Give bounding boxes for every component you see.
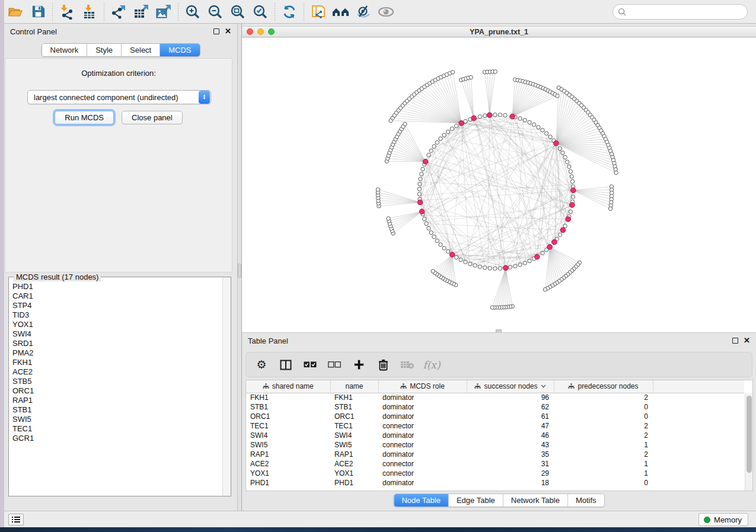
mcds-result-item[interactable]: CAR1 — [12, 291, 222, 301]
export-image-button[interactable] — [154, 2, 174, 21]
table-cell[interactable]: FKH1 — [330, 393, 378, 402]
table-cell[interactable]: ACE2 — [246, 459, 330, 469]
table-cell[interactable]: connector — [378, 421, 467, 431]
show-all-button[interactable] — [376, 2, 396, 21]
table-cell[interactable]: YOX1 — [330, 469, 378, 478]
table-row[interactable]: FKH1FKH1dominator962 — [246, 393, 744, 402]
table-cell[interactable]: TEC1 — [246, 421, 330, 431]
mcds-result-item[interactable]: YOX1 — [12, 320, 222, 329]
table-cell[interactable]: TEC1 — [330, 421, 378, 431]
save-session-button[interactable] — [28, 2, 48, 21]
table-panel-float-icon[interactable] — [732, 338, 738, 344]
table-row[interactable]: ACE2ACE2connector311 — [246, 459, 744, 469]
table-cell[interactable]: ACE2 — [330, 459, 378, 469]
task-history-button[interactable] — [8, 514, 24, 525]
zoom-selected-button[interactable] — [250, 2, 270, 21]
mcds-result-item[interactable]: PHD1 — [12, 282, 222, 291]
deselect-all-button[interactable] — [327, 357, 342, 373]
table-cell[interactable]: FKH1 — [246, 393, 330, 402]
table-cell[interactable]: RAP1 — [330, 450, 378, 459]
table-cell[interactable]: 96 — [467, 393, 554, 402]
table-cell[interactable]: dominator — [378, 431, 467, 440]
table-cell[interactable]: PHD1 — [246, 478, 330, 488]
table-cell[interactable]: 18 — [467, 478, 554, 488]
table-cell[interactable]: dominator — [378, 478, 467, 488]
table-row[interactable]: ORC1ORC1dominator610 — [246, 412, 744, 421]
table-cell[interactable]: SWI4 — [330, 431, 378, 440]
network-window-titlebar[interactable]: YPA_prune.txt_1 — [242, 26, 756, 37]
mcds-result-item[interactable]: SRD1 — [12, 339, 222, 348]
table-cell[interactable]: 1 — [554, 469, 653, 478]
table-cell[interactable]: 62 — [467, 402, 554, 412]
table-cell[interactable]: 0 — [554, 402, 653, 412]
network-graph[interactable] — [242, 38, 756, 333]
tab-mcds[interactable]: MCDS — [160, 44, 199, 56]
import-network-button[interactable] — [57, 2, 77, 21]
delete-table-button[interactable] — [400, 357, 414, 373]
optimization-criterion-select[interactable]: largest connected component (undirected)… — [27, 90, 211, 104]
column-header-name[interactable]: name — [330, 380, 378, 393]
mcds-result-item[interactable]: SWI5 — [12, 415, 222, 424]
mcds-result-item[interactable]: RAP1 — [12, 396, 222, 405]
network-from-selection-button[interactable] — [308, 2, 328, 21]
mcds-result-item[interactable]: TID3 — [12, 310, 222, 320]
table-cell[interactable]: 61 — [467, 412, 554, 421]
export-network-button[interactable] — [109, 2, 129, 21]
tab-style[interactable]: Style — [87, 44, 122, 56]
table-cell[interactable]: ORC1 — [246, 412, 330, 421]
table-row[interactable]: SWI5SWI5connector431 — [246, 440, 744, 450]
first-neighbors-button[interactable] — [331, 2, 351, 21]
table-cell[interactable]: 1 — [554, 459, 653, 469]
show-columns-button[interactable] — [279, 357, 293, 373]
table-cell[interactable]: 2 — [554, 450, 653, 459]
table-cell[interactable]: 0 — [554, 478, 653, 488]
table-cell[interactable]: connector — [378, 459, 467, 469]
table-cell[interactable]: SWI5 — [246, 440, 330, 450]
tab-motifs[interactable]: Motifs — [568, 494, 604, 507]
table-scrollbar[interactable] — [745, 393, 752, 491]
mcds-result-list[interactable]: PHD1CAR1STP4TID3YOX1SWI4SRD1PMA2FKH1ACE2… — [9, 278, 222, 496]
tab-select[interactable]: Select — [122, 44, 160, 56]
table-row[interactable]: STB1STB1dominator620 — [246, 402, 744, 412]
control-panel-float-icon[interactable] — [213, 28, 219, 34]
hide-selected-button[interactable] — [353, 2, 374, 21]
table-cell[interactable]: SWI4 — [246, 431, 330, 440]
column-header-mcds-role[interactable]: MCDS role — [378, 380, 467, 393]
mcds-result-item[interactable]: FKH1 — [12, 358, 222, 367]
run-mcds-button[interactable]: Run MCDS — [55, 111, 114, 124]
table-cell[interactable]: 46 — [467, 431, 554, 440]
import-table-button[interactable] — [79, 2, 100, 21]
table-cell[interactable]: STB1 — [246, 402, 330, 412]
table-cell[interactable]: ORC1 — [330, 412, 378, 421]
mcds-list-scrollbar[interactable] — [222, 277, 231, 496]
close-panel-button[interactable]: Close panel — [122, 111, 183, 124]
apply-layout-button[interactable] — [279, 2, 299, 21]
delete-column-button[interactable] — [376, 357, 390, 373]
vertical-splitter[interactable] — [237, 24, 242, 511]
table-cell[interactable]: 2 — [554, 431, 653, 440]
table-cell[interactable]: STB1 — [330, 402, 378, 412]
table-row[interactable]: SWI4SWI4dominator462 — [246, 431, 744, 440]
table-cell[interactable]: 2 — [554, 421, 653, 431]
open-file-button[interactable] — [5, 2, 25, 21]
tab-node-table[interactable]: Node Table — [394, 494, 449, 507]
table-cell[interactable]: 2 — [554, 393, 653, 402]
table-cell[interactable]: 47 — [467, 421, 554, 431]
splitter-grip[interactable] — [238, 264, 241, 278]
column-header-shared-name[interactable]: shared name — [246, 380, 330, 393]
mcds-result-item[interactable]: TEC1 — [12, 424, 222, 434]
memory-button[interactable]: Memory — [698, 513, 748, 526]
mcds-result-item[interactable]: STB5 — [12, 377, 222, 386]
select-all-button[interactable] — [303, 357, 317, 373]
table-cell[interactable]: dominator — [378, 412, 467, 421]
table-row[interactable]: PHD1PHD1dominator180 — [246, 478, 744, 488]
table-cell[interactable]: 0 — [554, 412, 653, 421]
table-row[interactable]: YOX1YOX1connector291 — [246, 469, 744, 478]
table-cell[interactable]: dominator — [378, 393, 467, 402]
table-row[interactable]: RAP1RAP1dominator352 — [246, 450, 744, 459]
mcds-result-item[interactable]: ORC1 — [12, 386, 222, 396]
export-table-button[interactable] — [131, 2, 151, 21]
column-header-predecessor-nodes[interactable]: predecessor nodes — [554, 380, 653, 393]
mcds-result-item[interactable]: GCR1 — [12, 434, 222, 443]
mcds-result-item[interactable]: STP4 — [12, 301, 222, 310]
